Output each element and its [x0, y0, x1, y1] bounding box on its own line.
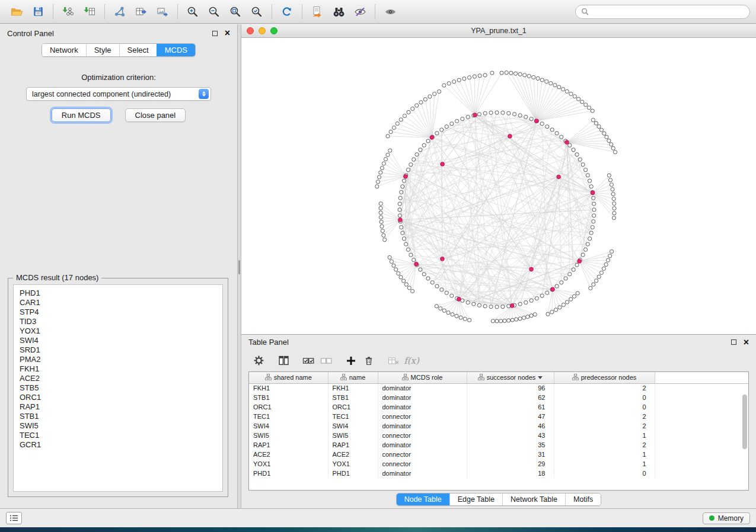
- column-header-predecessor-nodes[interactable]: predecessor nodes: [554, 372, 655, 383]
- mcds-result-item[interactable]: GCR1: [14, 440, 222, 450]
- memory-button[interactable]: Memory: [703, 512, 750, 524]
- mcds-result-item[interactable]: STB5: [14, 383, 222, 393]
- table-row[interactable]: SWI4SWI4dominator462: [249, 421, 748, 431]
- mcds-result-list[interactable]: PHD1CAR1STP4TID3YOX1SWI4SRD1PMA2FKH1ACE2…: [13, 284, 223, 492]
- delete-column-button[interactable]: [360, 352, 378, 369]
- close-window-button[interactable]: [247, 27, 254, 34]
- unselect-all-columns-button[interactable]: [317, 352, 335, 369]
- column-header-MCDS-role[interactable]: MCDS role: [378, 372, 467, 383]
- table-row[interactable]: PHD1PHD1dominator180: [249, 469, 748, 478]
- mcds-result-item[interactable]: CAR1: [14, 298, 222, 307]
- table-row[interactable]: FKH1FKH1dominator962: [249, 383, 748, 393]
- zoom-fit-button[interactable]: [225, 2, 246, 21]
- show-columns-button[interactable]: [275, 352, 292, 369]
- new-network-button[interactable]: [109, 2, 130, 21]
- table-row[interactable]: SWI5SWI5connector431: [249, 431, 748, 440]
- add-column-button[interactable]: [342, 352, 360, 369]
- sort-chevron-icon: [538, 376, 543, 379]
- open-file-button[interactable]: [6, 2, 27, 21]
- import-table-button[interactable]: [79, 2, 100, 21]
- column-type-icon: [478, 374, 484, 382]
- main-toolbar: [0, 0, 756, 24]
- maximize-window-button[interactable]: [270, 27, 277, 34]
- trash-icon: [363, 355, 374, 366]
- column-header-name[interactable]: name: [328, 372, 378, 383]
- mcds-result-item[interactable]: TID3: [14, 317, 222, 326]
- control-panel-tab-mcds[interactable]: MCDS: [157, 44, 195, 56]
- plus-icon: [346, 355, 356, 366]
- mcds-result-item[interactable]: SWI4: [14, 336, 222, 345]
- table-settings-button[interactable]: [250, 352, 267, 369]
- close-table-panel-button[interactable]: ×: [744, 338, 749, 347]
- network-canvas[interactable]: [241, 38, 756, 334]
- table-panel-tab-edge-table[interactable]: Edge Table: [449, 493, 502, 505]
- import-network-button[interactable]: [58, 2, 79, 21]
- export-image-button[interactable]: [152, 2, 173, 21]
- table-row[interactable]: ORC1ORC1dominator610: [249, 402, 748, 412]
- mcds-result-item[interactable]: TEC1: [14, 431, 222, 440]
- show-details-button[interactable]: [379, 2, 401, 21]
- zoom-out-icon: [208, 6, 220, 18]
- column-type-icon: [402, 374, 409, 382]
- table-row[interactable]: ACE2ACE2connector311: [249, 450, 748, 459]
- mcds-result-item[interactable]: PMA2: [14, 355, 222, 364]
- optimization-criterion-dropdown[interactable]: largest connected component (undirected): [26, 87, 211, 101]
- table-row[interactable]: RAP1RAP1dominator352: [249, 440, 748, 450]
- delete-table-button-disabled[interactable]: [385, 352, 403, 369]
- mcds-result-item[interactable]: SWI5: [14, 421, 222, 431]
- mcds-result-item[interactable]: PHD1: [14, 289, 222, 298]
- table-row[interactable]: STB1STB1dominator620: [249, 393, 748, 402]
- toggle-details-button[interactable]: [349, 2, 371, 21]
- mcds-result-item[interactable]: RAP1: [14, 402, 222, 412]
- network-graph[interactable]: [241, 38, 755, 334]
- mcds-result-item[interactable]: ORC1: [14, 393, 222, 402]
- column-header-shared-name[interactable]: shared name: [249, 372, 328, 383]
- table-row[interactable]: TEC1TEC1connector472: [249, 412, 748, 421]
- zoom-in-button[interactable]: [182, 2, 203, 21]
- table-scrollbar[interactable]: [742, 395, 747, 449]
- mcds-result-item[interactable]: FKH1: [14, 364, 222, 374]
- table-panel-tab-network-table[interactable]: Network Table: [502, 493, 565, 505]
- toolbar-separator: [104, 4, 105, 20]
- ui-settings-button[interactable]: [6, 512, 22, 524]
- mcds-result-item[interactable]: STB1: [14, 412, 222, 421]
- mcds-result-item[interactable]: STP4: [14, 307, 222, 317]
- mcds-result-item[interactable]: ACE2: [14, 374, 222, 383]
- new-network-icon: [114, 6, 126, 18]
- refresh-button[interactable]: [276, 2, 298, 21]
- control-panel-tab-style[interactable]: Style: [86, 44, 119, 56]
- float-table-panel-button[interactable]: [731, 339, 736, 345]
- control-panel-tab-network[interactable]: Network: [42, 44, 86, 56]
- table-panel-tab-node-table[interactable]: Node Table: [397, 493, 449, 505]
- panel-splitter[interactable]: [237, 24, 241, 508]
- table-panel-tabs: Node TableEdge TableNetwork TableMotifs: [396, 493, 602, 506]
- close-panel-action-button[interactable]: Close panel: [125, 108, 186, 122]
- share-document-button[interactable]: [307, 2, 328, 21]
- mcds-result-item[interactable]: SRD1: [14, 345, 222, 355]
- float-panel-button[interactable]: [212, 31, 218, 36]
- zoom-out-button[interactable]: [203, 2, 225, 21]
- network-title: YPA_prune.txt_1: [241, 27, 756, 35]
- control-panel-title: Control Panel: [7, 29, 54, 38]
- run-mcds-button[interactable]: Run MCDS: [52, 108, 111, 122]
- zoom-selected-button[interactable]: [246, 2, 267, 21]
- search-input[interactable]: [592, 6, 744, 18]
- export-table-button[interactable]: [130, 2, 152, 21]
- control-panel-tab-select[interactable]: Select: [119, 44, 157, 56]
- select-all-columns-button[interactable]: [299, 352, 317, 369]
- column-header-successor-nodes[interactable]: successor nodes: [467, 372, 554, 383]
- table-row[interactable]: YOX1YOX1connector291: [249, 459, 748, 469]
- minimize-window-button[interactable]: [259, 27, 266, 34]
- table-panel-tab-motifs[interactable]: Motifs: [565, 493, 601, 505]
- toolbar-separator: [53, 4, 53, 20]
- close-panel-button[interactable]: ×: [225, 28, 230, 38]
- node-table-header-row: shared namenameMCDS rolesuccessor nodesp…: [249, 372, 748, 383]
- mcds-result-item[interactable]: YOX1: [14, 326, 222, 336]
- find-button[interactable]: [328, 2, 349, 21]
- binoculars-icon: [333, 7, 345, 17]
- save-session-button[interactable]: [27, 2, 49, 21]
- search-box[interactable]: [575, 5, 750, 19]
- network-window: YPA_prune.txt_1: [241, 24, 756, 335]
- dropdown-selected-value: largest connected component (undirected): [27, 90, 199, 98]
- function-builder-button-disabled[interactable]: f(x): [403, 352, 420, 369]
